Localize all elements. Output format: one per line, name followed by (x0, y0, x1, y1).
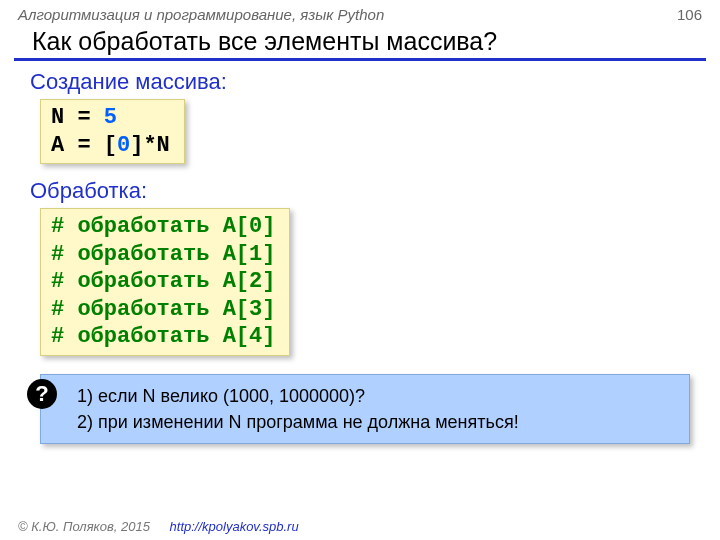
code-text: N = (51, 105, 104, 130)
slide-header: Алгоритмизация и программирование, язык … (0, 0, 720, 23)
code-comment: # обработать A[3] (51, 296, 275, 324)
question-mark-icon: ? (27, 379, 57, 409)
slide-footer: © К.Ю. Поляков, 2015 http://kpolyakov.sp… (18, 519, 299, 534)
section-create-label: Создание массива: (30, 69, 720, 95)
slide-title: Как обработать все элементы массива? (32, 27, 688, 56)
question-line-2: 2) при изменении N программа не должна м… (77, 409, 675, 435)
section-process-label: Обработка: (30, 178, 720, 204)
code-text: A = [ (51, 133, 117, 158)
copyright: © К.Ю. Поляков, 2015 (18, 519, 150, 534)
code-create: N = 5 A = [0]*N (40, 99, 185, 164)
code-comment: # обработать A[4] (51, 323, 275, 351)
code-line: A = [0]*N (51, 132, 170, 160)
question-line-1: 1) если N велико (1000, 1000000)? (77, 383, 675, 409)
course-title: Алгоритмизация и программирование, язык … (18, 6, 384, 23)
code-text: ]*N (130, 133, 170, 158)
code-comment: # обработать A[2] (51, 268, 275, 296)
code-comment: # обработать A[0] (51, 213, 275, 241)
title-bar: Как обработать все элементы массива? (14, 23, 706, 61)
code-process: # обработать A[0] # обработать A[1] # об… (40, 208, 290, 356)
code-number: 5 (104, 105, 117, 130)
code-line: N = 5 (51, 104, 170, 132)
footer-url: http://kpolyakov.spb.ru (170, 519, 299, 534)
question-box: ? 1) если N велико (1000, 1000000)? 2) п… (40, 374, 690, 444)
code-comment: # обработать A[1] (51, 241, 275, 269)
code-number: 0 (117, 133, 130, 158)
page-number: 106 (677, 6, 702, 23)
